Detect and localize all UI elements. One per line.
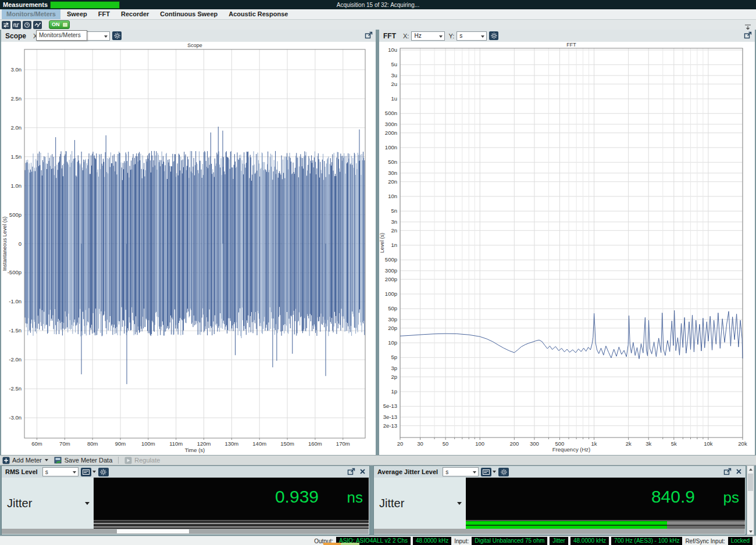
meter-bar-rest bbox=[667, 521, 745, 529]
square-wave-icon[interactable] bbox=[12, 21, 21, 29]
meter-close-icon[interactable] bbox=[359, 468, 366, 476]
scrollbar-thumb[interactable] bbox=[748, 474, 753, 491]
fft-x-units-combo[interactable]: Hz bbox=[411, 31, 445, 41]
scrollbar-thumb[interactable] bbox=[117, 529, 189, 533]
input-badge-0: Digital Unbalanced 75 ohm bbox=[472, 537, 547, 545]
axis-tick-label: 1n bbox=[391, 242, 397, 248]
axis-tick-label: 300n bbox=[385, 121, 397, 127]
scope-panel: Scope X: Monitors/Meters Scope3.0n2.5n2.… bbox=[1, 30, 376, 455]
axis-tick-label: 500n bbox=[385, 110, 397, 116]
taskbar-peek bbox=[323, 543, 359, 545]
meter-bar-fill bbox=[466, 521, 667, 529]
meter-channel-selector[interactable]: Jitter bbox=[374, 478, 466, 529]
axis-tick-label: 10u bbox=[388, 46, 397, 53]
tab-continuous-sweep[interactable]: Continuous Sweep bbox=[155, 9, 222, 19]
tab-acoustic-response[interactable]: Acoustic Response bbox=[224, 9, 293, 19]
app-window: Measurements Acquisition 15 of 32: Acqui… bbox=[0, 0, 756, 545]
monitor-on-toggle[interactable]: ON bbox=[49, 20, 70, 29]
generator-io-icon[interactable] bbox=[2, 21, 10, 29]
scroll-up-arrow-icon[interactable] bbox=[747, 466, 754, 472]
axis-tick-label: 5n bbox=[391, 207, 397, 214]
chevron-down-icon bbox=[85, 502, 90, 505]
fft-panel-title: FFT bbox=[383, 32, 396, 40]
scope-expand-icon[interactable] bbox=[365, 31, 373, 40]
chevron-down-icon[interactable] bbox=[92, 471, 96, 473]
scope-combo-tooltip: Monitors/Meters bbox=[36, 30, 87, 41]
clock-icon[interactable] bbox=[23, 21, 31, 29]
fft-y-units-combo[interactable]: s bbox=[457, 31, 487, 41]
regulate-button: Regulate bbox=[124, 457, 160, 464]
axis-tick-label: 500p bbox=[385, 256, 397, 263]
axis-tick-label: 20p bbox=[388, 325, 397, 331]
axis-tick-label: 300p bbox=[385, 267, 397, 274]
meter-units-combo[interactable]: s bbox=[42, 467, 79, 476]
axis-tick-label: 5p bbox=[391, 354, 397, 360]
chevron-down-icon bbox=[73, 471, 76, 474]
input-badge-3: 700 Hz (AES3) - 100 kHz bbox=[611, 537, 682, 545]
axis-tick-label: Instantaneous Level (s) bbox=[2, 217, 8, 271]
meter-display-type-icon[interactable] bbox=[81, 468, 91, 476]
axis-tick-label: 100m bbox=[141, 440, 155, 447]
axis-tick-label: 30p bbox=[388, 316, 397, 322]
axis-tick-label: 3p bbox=[391, 365, 397, 371]
chevron-down-icon bbox=[104, 35, 108, 38]
meter-settings-gear-icon[interactable] bbox=[498, 468, 509, 476]
scope-panel-header: Scope X: Monitors/Meters bbox=[1, 30, 376, 42]
axis-tick-label: 170m bbox=[336, 440, 350, 447]
tab-monitors-meters[interactable]: Monitors/Meters bbox=[2, 9, 60, 19]
fft-settings-gear-icon[interactable] bbox=[489, 31, 498, 40]
scope-settings-gear-icon[interactable] bbox=[112, 31, 122, 40]
axis-tick-label: 300 bbox=[530, 440, 539, 447]
tab-recorder[interactable]: Recorder bbox=[116, 9, 154, 19]
tab-sweep[interactable]: Sweep bbox=[62, 9, 92, 19]
fft-panel-header: FFT X: Hz Y: s bbox=[379, 30, 755, 42]
axis-tick-label: -2.0n bbox=[9, 356, 22, 363]
meter-value: 0.939 bbox=[275, 487, 319, 507]
tab-fft[interactable]: FFT bbox=[94, 9, 115, 19]
chevron-down-icon bbox=[45, 459, 48, 461]
axis-tick-label: 30n bbox=[388, 170, 397, 176]
meter-expand-icon[interactable] bbox=[723, 468, 732, 476]
meter-title: RMS Level bbox=[5, 468, 38, 475]
meter-display-type-icon[interactable] bbox=[481, 468, 491, 476]
axis-tick-label: Level (s) bbox=[379, 233, 385, 253]
axis-tick-label: 200 bbox=[509, 440, 519, 447]
fft-chart[interactable]: FFT10u5u3u2u1u500n300n200n100n50n30n20n1… bbox=[379, 42, 755, 455]
meter-expand-icon[interactable] bbox=[347, 468, 355, 476]
axis-tick-label: FFT bbox=[566, 42, 576, 48]
axis-tick-label: 100p bbox=[385, 291, 397, 297]
play-icon bbox=[124, 457, 132, 464]
axis-tick-label: -2.5n bbox=[9, 385, 22, 392]
meters-vertical-scrollbar[interactable] bbox=[747, 465, 754, 535]
axis-tick-label: 80m bbox=[87, 440, 98, 447]
meter-horizontal-scrollbar[interactable] bbox=[2, 529, 369, 534]
meter-unit: ps bbox=[723, 489, 739, 507]
plus-icon bbox=[2, 457, 10, 464]
axis-tick-label: 3k bbox=[646, 440, 651, 447]
axis-tick-label: 3u bbox=[391, 72, 397, 78]
fft-y-axis-prefix: Y: bbox=[448, 33, 454, 40]
scroll-down-arrow-icon[interactable] bbox=[747, 528, 754, 535]
main-toolbar: ON bbox=[0, 20, 756, 30]
monitor-signal-icon[interactable] bbox=[33, 21, 42, 29]
meter-units-combo[interactable]: s bbox=[443, 467, 479, 476]
meter-settings-gear-icon[interactable] bbox=[98, 468, 109, 476]
axis-tick-label: 50p bbox=[388, 305, 397, 311]
axis-tick-label: 70m bbox=[59, 440, 70, 447]
add-meter-button[interactable]: Add Meter bbox=[2, 457, 48, 464]
axis-tick-label: 100n bbox=[385, 144, 397, 150]
fft-expand-icon[interactable] bbox=[744, 31, 752, 40]
scope-chart[interactable]: Scope3.0n2.5n2.0n1.5n1.0n500p0-500p-1.0n… bbox=[1, 42, 376, 455]
meter-display: 0.939ns bbox=[94, 478, 369, 520]
meter-display: 840.9ps bbox=[466, 478, 745, 520]
meter-horizontal-scrollbar[interactable] bbox=[374, 529, 745, 534]
meter-close-icon[interactable] bbox=[736, 468, 742, 476]
save-meter-data-button[interactable]: Save Meter Data bbox=[54, 457, 113, 464]
axis-tick-label: 1u bbox=[391, 95, 397, 102]
input-label: Input: bbox=[454, 538, 469, 544]
meter-channel-selector[interactable]: Jitter bbox=[2, 478, 94, 529]
axis-tick-label: Frequency (Hz) bbox=[552, 446, 590, 453]
chevron-down-icon[interactable] bbox=[493, 471, 496, 473]
axis-tick-label: 2.0n bbox=[11, 124, 22, 131]
status-bar: Output:ASIO: ASIO4ALL v2 2 Chs48.0000 kH… bbox=[0, 536, 756, 545]
